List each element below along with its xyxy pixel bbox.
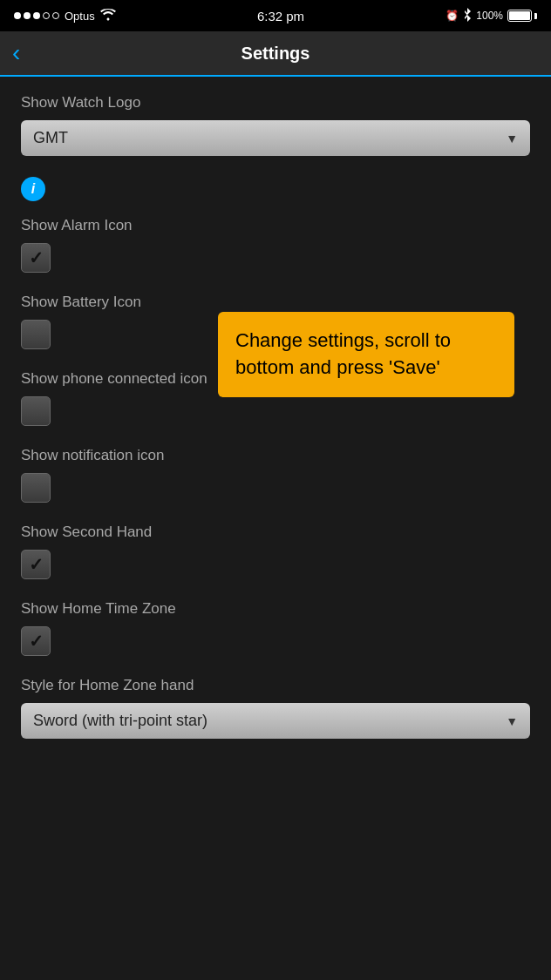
content-area: Show Watch Logo GMT ▼ i Show Alarm Icon …: [0, 77, 551, 777]
home-zone-hand-value: Sword (with tri-point star): [33, 712, 207, 730]
watch-logo-value: GMT: [33, 129, 68, 147]
home-time-zone-section: Show Home Time Zone: [21, 600, 530, 656]
carrier-label: Optus: [65, 10, 95, 23]
second-hand-label: Show Second Hand: [21, 524, 530, 541]
home-time-zone-checkbox[interactable]: [21, 626, 51, 656]
dot3: [33, 12, 40, 19]
info-icon[interactable]: i: [21, 177, 45, 201]
battery-icon-checkbox[interactable]: [21, 320, 51, 349]
status-right: ⏰ 100%: [446, 8, 537, 24]
tooltip-text: Change settings, scroll to bottom and pr…: [235, 329, 451, 378]
battery-icon-label: Show Battery Icon: [21, 294, 530, 311]
chevron-down-icon: ▼: [506, 132, 518, 145]
alarm-icon-section: Show Alarm Icon: [21, 217, 530, 273]
home-zone-hand-label: Style for Home Zone hand: [21, 677, 530, 694]
dot5: [52, 12, 59, 19]
status-time: 6:32 pm: [257, 9, 304, 24]
bluetooth-icon: [463, 8, 472, 24]
dot4: [43, 12, 50, 19]
status-left: Optus: [14, 9, 116, 24]
wifi-icon: [100, 9, 116, 24]
dot1: [14, 12, 21, 19]
tooltip-overlay: Change settings, scroll to bottom and pr…: [218, 312, 514, 397]
back-button[interactable]: ‹: [12, 41, 20, 65]
notification-icon-section: Show notification icon: [21, 447, 530, 503]
home-zone-chevron-icon: ▼: [506, 714, 518, 728]
signal-dots: [14, 12, 59, 19]
alarm-icon-label: Show Alarm Icon: [21, 217, 530, 234]
status-bar: Optus 6:32 pm ⏰ 100%: [0, 0, 551, 31]
alarm-status-icon: ⏰: [446, 10, 459, 22]
page-title: Settings: [241, 44, 310, 64]
watch-logo-dropdown[interactable]: GMT ▼: [21, 120, 530, 156]
home-zone-hand-section: Style for Home Zone hand Sword (with tri…: [21, 677, 530, 739]
battery-icon: [507, 10, 537, 22]
battery-percent: 100%: [476, 10, 503, 22]
home-zone-hand-dropdown[interactable]: Sword (with tri-point star) ▼: [21, 703, 530, 739]
settings-content: Show Watch Logo GMT ▼ i Show Alarm Icon …: [0, 77, 551, 777]
notification-icon-label: Show notification icon: [21, 447, 530, 464]
second-hand-checkbox[interactable]: [21, 550, 51, 579]
notification-icon-checkbox[interactable]: [21, 473, 51, 503]
alarm-icon-checkbox[interactable]: [21, 243, 51, 273]
nav-bar: ‹ Settings: [0, 31, 551, 77]
second-hand-section: Show Second Hand: [21, 524, 530, 579]
home-time-zone-label: Show Home Time Zone: [21, 600, 530, 618]
phone-connected-checkbox[interactable]: [21, 396, 51, 426]
watch-logo-label: Show Watch Logo: [21, 94, 530, 112]
watch-logo-section: Show Watch Logo GMT ▼: [21, 94, 530, 156]
dot2: [24, 12, 31, 19]
